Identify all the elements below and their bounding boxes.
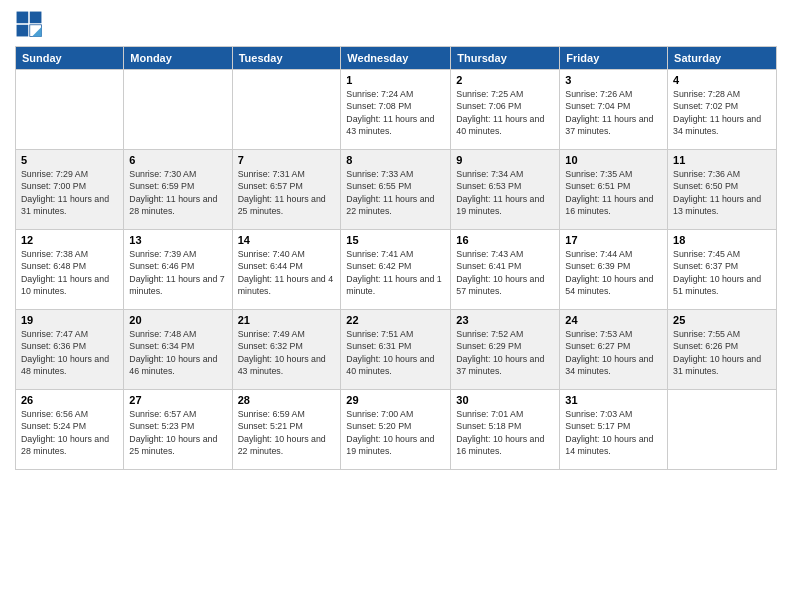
day-number: 4 — [673, 74, 771, 86]
col-header-thursday: Thursday — [451, 47, 560, 70]
day-info: Sunrise: 7:24 AMSunset: 7:08 PMDaylight:… — [346, 88, 445, 137]
day-number: 3 — [565, 74, 662, 86]
calendar-cell: 6Sunrise: 7:30 AMSunset: 6:59 PMDaylight… — [124, 150, 232, 230]
day-info: Sunrise: 7:25 AMSunset: 7:06 PMDaylight:… — [456, 88, 554, 137]
header — [15, 10, 777, 38]
calendar-cell: 16Sunrise: 7:43 AMSunset: 6:41 PMDayligh… — [451, 230, 560, 310]
calendar-cell: 17Sunrise: 7:44 AMSunset: 6:39 PMDayligh… — [560, 230, 668, 310]
logo-icon — [15, 10, 43, 38]
calendar-cell: 9Sunrise: 7:34 AMSunset: 6:53 PMDaylight… — [451, 150, 560, 230]
col-header-tuesday: Tuesday — [232, 47, 341, 70]
day-info: Sunrise: 7:47 AMSunset: 6:36 PMDaylight:… — [21, 328, 118, 377]
calendar-cell: 23Sunrise: 7:52 AMSunset: 6:29 PMDayligh… — [451, 310, 560, 390]
calendar-cell: 22Sunrise: 7:51 AMSunset: 6:31 PMDayligh… — [341, 310, 451, 390]
calendar-cell: 30Sunrise: 7:01 AMSunset: 5:18 PMDayligh… — [451, 390, 560, 470]
day-info: Sunrise: 6:59 AMSunset: 5:21 PMDaylight:… — [238, 408, 336, 457]
calendar-cell: 21Sunrise: 7:49 AMSunset: 6:32 PMDayligh… — [232, 310, 341, 390]
calendar-container: SundayMondayTuesdayWednesdayThursdayFrid… — [0, 0, 792, 612]
day-info: Sunrise: 7:49 AMSunset: 6:32 PMDaylight:… — [238, 328, 336, 377]
col-header-friday: Friday — [560, 47, 668, 70]
calendar-cell: 26Sunrise: 6:56 AMSunset: 5:24 PMDayligh… — [16, 390, 124, 470]
calendar-cell: 5Sunrise: 7:29 AMSunset: 7:00 PMDaylight… — [16, 150, 124, 230]
calendar-cell: 11Sunrise: 7:36 AMSunset: 6:50 PMDayligh… — [668, 150, 777, 230]
day-number: 31 — [565, 394, 662, 406]
calendar-cell: 29Sunrise: 7:00 AMSunset: 5:20 PMDayligh… — [341, 390, 451, 470]
day-number: 15 — [346, 234, 445, 246]
day-info: Sunrise: 7:38 AMSunset: 6:48 PMDaylight:… — [21, 248, 118, 297]
day-number: 16 — [456, 234, 554, 246]
day-info: Sunrise: 6:57 AMSunset: 5:23 PMDaylight:… — [129, 408, 226, 457]
day-number: 20 — [129, 314, 226, 326]
day-number: 14 — [238, 234, 336, 246]
calendar-week-3: 12Sunrise: 7:38 AMSunset: 6:48 PMDayligh… — [16, 230, 777, 310]
col-header-wednesday: Wednesday — [341, 47, 451, 70]
calendar-cell: 1Sunrise: 7:24 AMSunset: 7:08 PMDaylight… — [341, 70, 451, 150]
day-number: 25 — [673, 314, 771, 326]
day-info: Sunrise: 6:56 AMSunset: 5:24 PMDaylight:… — [21, 408, 118, 457]
calendar-cell: 15Sunrise: 7:41 AMSunset: 6:42 PMDayligh… — [341, 230, 451, 310]
svg-rect-2 — [17, 25, 29, 37]
day-info: Sunrise: 7:52 AMSunset: 6:29 PMDaylight:… — [456, 328, 554, 377]
day-info: Sunrise: 7:34 AMSunset: 6:53 PMDaylight:… — [456, 168, 554, 217]
day-number: 26 — [21, 394, 118, 406]
day-number: 2 — [456, 74, 554, 86]
day-number: 7 — [238, 154, 336, 166]
calendar-week-4: 19Sunrise: 7:47 AMSunset: 6:36 PMDayligh… — [16, 310, 777, 390]
calendar-cell — [16, 70, 124, 150]
day-info: Sunrise: 7:28 AMSunset: 7:02 PMDaylight:… — [673, 88, 771, 137]
svg-rect-1 — [30, 12, 42, 24]
day-info: Sunrise: 7:44 AMSunset: 6:39 PMDaylight:… — [565, 248, 662, 297]
calendar-cell — [232, 70, 341, 150]
day-info: Sunrise: 7:40 AMSunset: 6:44 PMDaylight:… — [238, 248, 336, 297]
day-number: 5 — [21, 154, 118, 166]
calendar-cell: 3Sunrise: 7:26 AMSunset: 7:04 PMDaylight… — [560, 70, 668, 150]
calendar-table: SundayMondayTuesdayWednesdayThursdayFrid… — [15, 46, 777, 470]
day-number: 13 — [129, 234, 226, 246]
calendar-cell: 27Sunrise: 6:57 AMSunset: 5:23 PMDayligh… — [124, 390, 232, 470]
calendar-cell: 12Sunrise: 7:38 AMSunset: 6:48 PMDayligh… — [16, 230, 124, 310]
day-info: Sunrise: 7:30 AMSunset: 6:59 PMDaylight:… — [129, 168, 226, 217]
day-info: Sunrise: 7:26 AMSunset: 7:04 PMDaylight:… — [565, 88, 662, 137]
day-number: 9 — [456, 154, 554, 166]
day-info: Sunrise: 7:51 AMSunset: 6:31 PMDaylight:… — [346, 328, 445, 377]
col-header-saturday: Saturday — [668, 47, 777, 70]
day-number: 11 — [673, 154, 771, 166]
svg-rect-0 — [17, 12, 29, 24]
day-info: Sunrise: 7:55 AMSunset: 6:26 PMDaylight:… — [673, 328, 771, 377]
calendar-cell: 18Sunrise: 7:45 AMSunset: 6:37 PMDayligh… — [668, 230, 777, 310]
day-info: Sunrise: 7:53 AMSunset: 6:27 PMDaylight:… — [565, 328, 662, 377]
calendar-cell: 19Sunrise: 7:47 AMSunset: 6:36 PMDayligh… — [16, 310, 124, 390]
day-number: 22 — [346, 314, 445, 326]
day-info: Sunrise: 7:43 AMSunset: 6:41 PMDaylight:… — [456, 248, 554, 297]
day-number: 1 — [346, 74, 445, 86]
calendar-cell: 13Sunrise: 7:39 AMSunset: 6:46 PMDayligh… — [124, 230, 232, 310]
calendar-cell: 25Sunrise: 7:55 AMSunset: 6:26 PMDayligh… — [668, 310, 777, 390]
col-header-monday: Monday — [124, 47, 232, 70]
day-number: 6 — [129, 154, 226, 166]
calendar-cell — [668, 390, 777, 470]
day-number: 29 — [346, 394, 445, 406]
calendar-cell: 2Sunrise: 7:25 AMSunset: 7:06 PMDaylight… — [451, 70, 560, 150]
calendar-cell: 31Sunrise: 7:03 AMSunset: 5:17 PMDayligh… — [560, 390, 668, 470]
day-info: Sunrise: 7:29 AMSunset: 7:00 PMDaylight:… — [21, 168, 118, 217]
day-number: 28 — [238, 394, 336, 406]
day-number: 19 — [21, 314, 118, 326]
calendar-cell: 24Sunrise: 7:53 AMSunset: 6:27 PMDayligh… — [560, 310, 668, 390]
calendar-week-1: 1Sunrise: 7:24 AMSunset: 7:08 PMDaylight… — [16, 70, 777, 150]
calendar-header-row: SundayMondayTuesdayWednesdayThursdayFrid… — [16, 47, 777, 70]
calendar-cell — [124, 70, 232, 150]
calendar-cell: 14Sunrise: 7:40 AMSunset: 6:44 PMDayligh… — [232, 230, 341, 310]
day-info: Sunrise: 7:01 AMSunset: 5:18 PMDaylight:… — [456, 408, 554, 457]
day-info: Sunrise: 7:31 AMSunset: 6:57 PMDaylight:… — [238, 168, 336, 217]
col-header-sunday: Sunday — [16, 47, 124, 70]
day-info: Sunrise: 7:03 AMSunset: 5:17 PMDaylight:… — [565, 408, 662, 457]
day-info: Sunrise: 7:48 AMSunset: 6:34 PMDaylight:… — [129, 328, 226, 377]
calendar-cell: 7Sunrise: 7:31 AMSunset: 6:57 PMDaylight… — [232, 150, 341, 230]
day-info: Sunrise: 7:41 AMSunset: 6:42 PMDaylight:… — [346, 248, 445, 297]
calendar-cell: 20Sunrise: 7:48 AMSunset: 6:34 PMDayligh… — [124, 310, 232, 390]
day-number: 8 — [346, 154, 445, 166]
day-number: 21 — [238, 314, 336, 326]
day-number: 23 — [456, 314, 554, 326]
day-info: Sunrise: 7:39 AMSunset: 6:46 PMDaylight:… — [129, 248, 226, 297]
calendar-cell: 10Sunrise: 7:35 AMSunset: 6:51 PMDayligh… — [560, 150, 668, 230]
